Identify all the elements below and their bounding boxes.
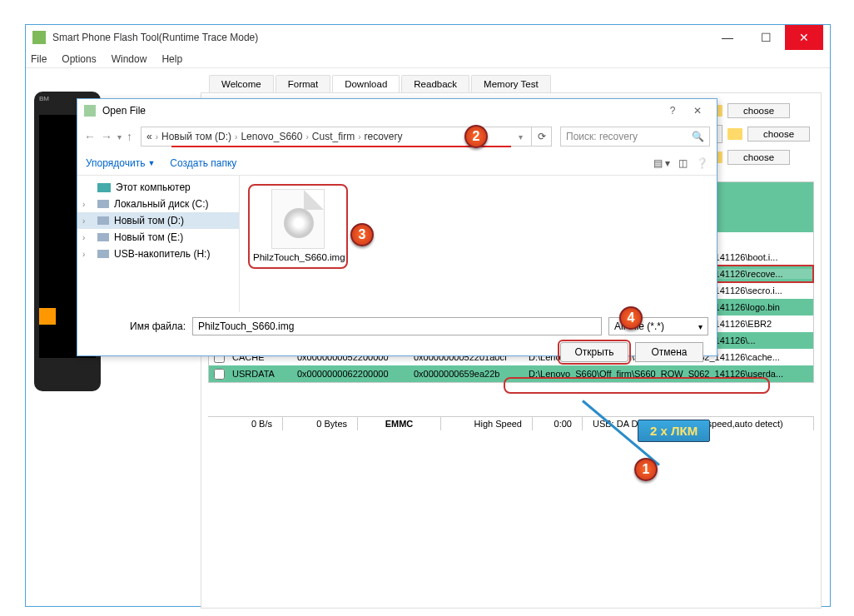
search-placeholder: Поиск: recovery bbox=[566, 131, 638, 142]
status-bytes: 0 Bytes bbox=[283, 417, 358, 430]
tree-label: Новый том (E:) bbox=[114, 231, 183, 243]
titlebar: Smart Phone Flash Tool(Runtime Trace Mod… bbox=[26, 25, 830, 50]
organize-button[interactable]: Упорядочить bbox=[86, 157, 145, 169]
dialog-icon bbox=[84, 105, 96, 117]
folder-tree: Этот компьютер›Локальный диск (C:)›Новый… bbox=[77, 176, 240, 312]
tree-item[interactable]: ›USB-накопитель (H:) bbox=[77, 246, 239, 262]
phone-brand: BM bbox=[39, 95, 49, 102]
begin-addr: 0x0000000062200000 bbox=[294, 369, 410, 379]
callout-box-lkm: 2 х ЛКМ bbox=[638, 420, 710, 442]
tab-format[interactable]: Format bbox=[276, 75, 330, 92]
maximize-button[interactable]: ☐ bbox=[747, 25, 785, 50]
breadcrumb-root[interactable]: « bbox=[146, 131, 152, 142]
filename-input[interactable] bbox=[192, 317, 602, 335]
view-help-icon[interactable]: ❔ bbox=[696, 157, 708, 169]
choose-button-1[interactable]: choose bbox=[727, 103, 790, 118]
search-input[interactable]: Поиск: recovery 🔍 bbox=[560, 127, 710, 147]
tree-label: USB-накопитель (H:) bbox=[114, 248, 210, 260]
tree-item[interactable]: ›Новый том (E:) bbox=[77, 229, 239, 246]
choose-button-3[interactable]: choose bbox=[727, 150, 790, 165]
cancel-button[interactable]: Отмена bbox=[635, 342, 703, 362]
dialog-close-button[interactable]: ✕ bbox=[685, 105, 710, 117]
tab-readback[interactable]: Readback bbox=[401, 75, 469, 92]
dialog-titlebar: Open File ? ✕ bbox=[77, 99, 717, 122]
tree-item[interactable]: ›Новый том (D:) bbox=[77, 212, 239, 229]
callout-1: 1 bbox=[634, 458, 658, 481]
status-bar: 0 B/s 0 Bytes EMMC High Speed 0:00 USB: … bbox=[208, 416, 814, 430]
tree-label: Этот компьютер bbox=[116, 181, 191, 193]
status-time: 0:00 bbox=[533, 417, 583, 430]
choose-button-2[interactable]: choose bbox=[747, 127, 810, 142]
file-area[interactable]: PhilzTouch_S660.img bbox=[240, 176, 717, 312]
menu-window[interactable]: Window bbox=[112, 53, 147, 65]
status-mode: High Speed bbox=[441, 417, 533, 430]
drive-icon bbox=[97, 183, 111, 192]
dialog-help-button[interactable]: ? bbox=[660, 105, 685, 117]
file-img-icon bbox=[271, 189, 325, 249]
nav-back-icon[interactable]: ← bbox=[84, 130, 96, 143]
tabs: Welcome Format Download Readback Memory … bbox=[209, 75, 822, 92]
folder-icon bbox=[727, 128, 742, 140]
status-speed: 0 B/s bbox=[208, 417, 283, 430]
refresh-icon[interactable]: ⟳ bbox=[532, 127, 552, 147]
file-name-label: PhilzTouch_S660.img bbox=[253, 252, 343, 264]
breadcrumb-item[interactable]: recovery bbox=[364, 131, 402, 142]
view-icons-icon[interactable]: ▤ ▾ bbox=[653, 157, 670, 169]
callout-4: 4 bbox=[619, 306, 643, 330]
callout-3: 3 bbox=[350, 223, 374, 246]
view-preview-icon[interactable]: ◫ bbox=[678, 157, 688, 169]
drive-icon bbox=[97, 233, 109, 241]
menu-help[interactable]: Help bbox=[161, 53, 182, 65]
nav-up-icon[interactable]: ↑ bbox=[127, 130, 132, 143]
drive-icon bbox=[97, 216, 109, 225]
tab-download[interactable]: Download bbox=[332, 75, 400, 92]
callout-2: 2 bbox=[464, 125, 488, 148]
status-storage: EMMC bbox=[358, 417, 441, 430]
nav-history-icon[interactable]: ▾ bbox=[117, 132, 122, 142]
breadcrumb-item[interactable]: Lenovo_S660 bbox=[241, 131, 302, 142]
recovery-location-highlight bbox=[504, 377, 770, 394]
menubar: File Options Window Help bbox=[26, 50, 830, 68]
menu-file[interactable]: File bbox=[31, 53, 47, 65]
tab-welcome[interactable]: Welcome bbox=[209, 75, 274, 92]
tree-item[interactable]: Этот компьютер bbox=[77, 179, 239, 196]
new-folder-button[interactable]: Создать папку bbox=[170, 157, 236, 169]
row-checkbox[interactable] bbox=[209, 369, 229, 380]
file-item[interactable]: PhilzTouch_S660.img bbox=[248, 184, 348, 269]
nav-forward-icon[interactable]: → bbox=[101, 130, 112, 143]
breadcrumb-item[interactable]: Cust_firm bbox=[312, 131, 355, 142]
drive-icon bbox=[97, 250, 109, 258]
app-icon bbox=[32, 31, 46, 44]
tree-item[interactable]: ›Локальный диск (C:) bbox=[77, 196, 239, 212]
close-button[interactable]: ✕ bbox=[785, 25, 823, 50]
dialog-title: Open File bbox=[102, 105, 146, 117]
search-icon: 🔍 bbox=[692, 131, 704, 142]
tab-memorytest[interactable]: Memory Test bbox=[471, 75, 551, 92]
menu-options[interactable]: Options bbox=[62, 53, 96, 65]
filename-label: Имя файла: bbox=[86, 320, 186, 332]
breadcrumb-item[interactable]: Новый том (D:) bbox=[161, 131, 231, 142]
tree-label: Новый том (D:) bbox=[114, 215, 184, 226]
partition-name: USRDATA bbox=[229, 369, 294, 379]
tree-label: Локальный диск (C:) bbox=[114, 198, 209, 210]
minimize-button[interactable]: — bbox=[708, 25, 747, 50]
open-button[interactable]: Открыть bbox=[560, 342, 628, 362]
app-title: Smart Phone Flash Tool(Runtime Trace Mod… bbox=[52, 32, 708, 43]
drive-icon bbox=[97, 200, 109, 208]
